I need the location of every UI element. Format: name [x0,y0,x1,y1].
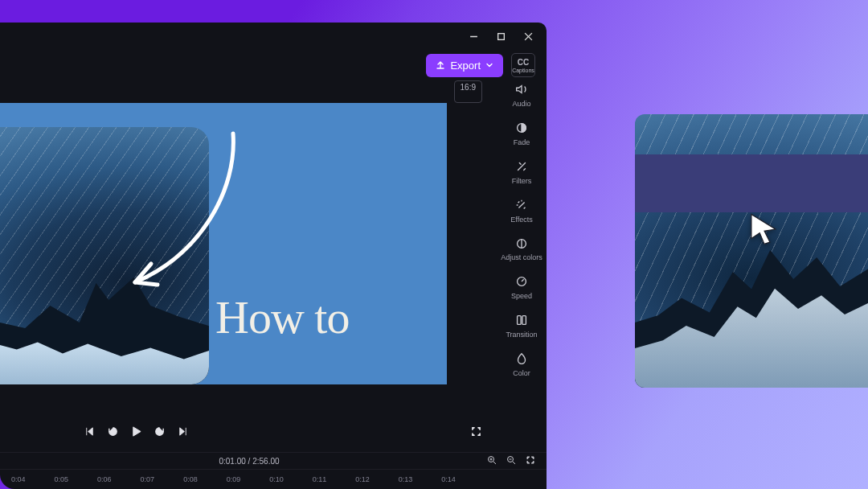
tool-effects[interactable]: Effects [510,198,532,224]
zoom-in-button[interactable] [487,455,497,466]
skip-end-button[interactable] [177,425,189,441]
tool-speed[interactable]: Speed [511,274,532,300]
play-button[interactable] [130,425,142,441]
chevron-down-icon [485,61,493,69]
transport-controls: 5 5 [0,413,497,452]
minimize-button[interactable] [466,29,481,43]
upload-icon [436,60,445,70]
time-display: 0:01.00 / 2:56.00 [219,457,279,466]
tool-color[interactable]: Color [513,351,530,377]
preview-canvas[interactable]: How to [0,103,447,384]
svg-text:5: 5 [158,430,161,434]
svg-rect-9 [518,316,522,325]
forward-button[interactable]: 5 [154,425,166,441]
cursor-icon [746,211,783,248]
timeline-ruler[interactable]: 0:040:050:060:070:080:090:100:110:120:13… [0,469,547,488]
svg-rect-1 [497,33,504,39]
cc-icon: CC [518,58,529,67]
video-editor-window: Export CC Captions 16:9 [0,23,547,489]
curved-arrow-annotation [113,125,249,294]
tool-audio[interactable]: Audio [512,82,530,108]
fullscreen-button[interactable] [470,425,482,441]
aspect-ratio-pill[interactable]: 16:9 [454,80,482,103]
skip-start-button[interactable] [84,425,96,441]
timeline-area: 0:01.00 / 2:56.00 0:040:050:060:070:080:… [0,452,547,489]
svg-line-16 [513,462,515,464]
stage: 16:9 How to 5 [0,80,497,452]
tool-fade[interactable]: Fade [514,121,530,146]
captions-button[interactable]: CC Captions [511,53,535,77]
rewind-button[interactable]: 5 [107,425,119,441]
fit-button[interactable] [526,455,535,466]
svg-rect-10 [522,316,526,325]
captions-label: Captions [512,68,534,73]
export-label: Export [450,60,481,72]
svg-text:5: 5 [112,430,114,434]
right-tool-panel: Audio Fade Filters Effects Adjust colors… [497,80,547,452]
maximize-button[interactable] [493,29,508,43]
tool-adjust-colors[interactable]: Adjust colors [501,236,542,261]
top-toolbar: Export CC Captions [0,50,547,80]
window-titlebar [0,23,547,50]
svg-line-12 [493,462,496,464]
audio-waveform-pill[interactable] [635,154,868,212]
overlay-title-text[interactable]: How to [215,290,349,344]
promo-panel [635,114,868,388]
tool-filters[interactable]: Filters [512,159,532,185]
tool-transition[interactable]: Transition [506,313,537,339]
export-button[interactable]: Export [426,54,503,77]
zoom-out-button[interactable] [506,455,516,466]
close-button[interactable] [521,29,535,43]
